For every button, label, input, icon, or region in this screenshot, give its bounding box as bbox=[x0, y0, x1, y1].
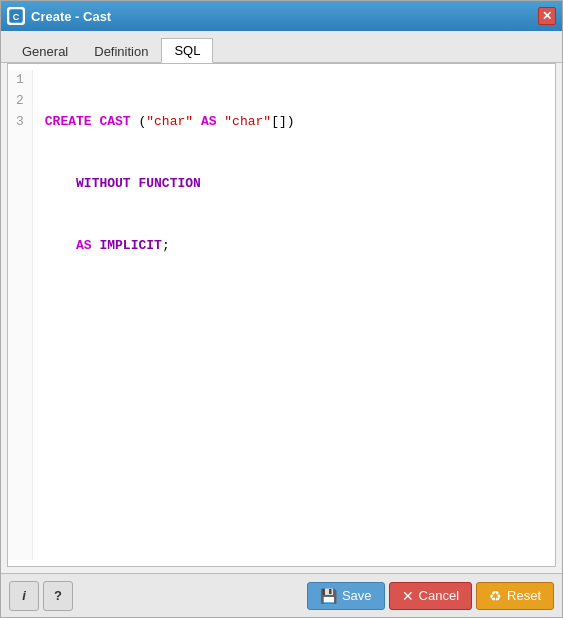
help-button[interactable]: ? bbox=[43, 581, 73, 611]
cancel-icon: ✕ bbox=[402, 588, 414, 604]
title-bar-left: C Create - Cast bbox=[7, 7, 111, 25]
tab-sql[interactable]: SQL bbox=[161, 38, 213, 63]
line-number-1: 1 bbox=[16, 70, 24, 91]
line-number-3: 3 bbox=[16, 112, 24, 133]
save-icon: 💾 bbox=[320, 588, 337, 604]
tab-general[interactable]: General bbox=[9, 39, 81, 63]
reset-label: Reset bbox=[507, 588, 541, 603]
window-title: Create - Cast bbox=[31, 9, 111, 24]
code-editor[interactable]: 1 2 3 CREATE CAST ("char" AS "char"[]) W… bbox=[8, 64, 555, 566]
svg-text:C: C bbox=[13, 12, 20, 22]
save-button[interactable]: 💾 Save bbox=[307, 582, 385, 610]
line-number-2: 2 bbox=[16, 91, 24, 112]
footer-right: 💾 Save ✕ Cancel ♻ Reset bbox=[307, 582, 554, 610]
close-button[interactable]: ✕ bbox=[538, 7, 556, 25]
save-label: Save bbox=[342, 588, 372, 603]
tabs-container: General Definition SQL bbox=[1, 31, 562, 63]
content-area: 1 2 3 CREATE CAST ("char" AS "char"[]) W… bbox=[7, 63, 556, 567]
code-line-2: WITHOUT FUNCTION bbox=[45, 174, 543, 195]
code-content: CREATE CAST ("char" AS "char"[]) WITHOUT… bbox=[33, 70, 555, 560]
code-line-3: AS IMPLICIT; bbox=[45, 236, 543, 257]
footer: i ? 💾 Save ✕ Cancel ♻ Reset bbox=[1, 573, 562, 617]
cancel-label: Cancel bbox=[419, 588, 459, 603]
reset-icon: ♻ bbox=[489, 588, 502, 604]
reset-button[interactable]: ♻ Reset bbox=[476, 582, 554, 610]
window-icon: C bbox=[7, 7, 25, 25]
footer-left: i ? bbox=[9, 581, 73, 611]
code-line-1: CREATE CAST ("char" AS "char"[]) bbox=[45, 112, 543, 133]
window: C Create - Cast ✕ General Definition SQL… bbox=[0, 0, 563, 618]
line-numbers: 1 2 3 bbox=[8, 70, 33, 560]
tab-definition[interactable]: Definition bbox=[81, 39, 161, 63]
title-bar: C Create - Cast ✕ bbox=[1, 1, 562, 31]
cancel-button[interactable]: ✕ Cancel bbox=[389, 582, 472, 610]
info-button[interactable]: i bbox=[9, 581, 39, 611]
